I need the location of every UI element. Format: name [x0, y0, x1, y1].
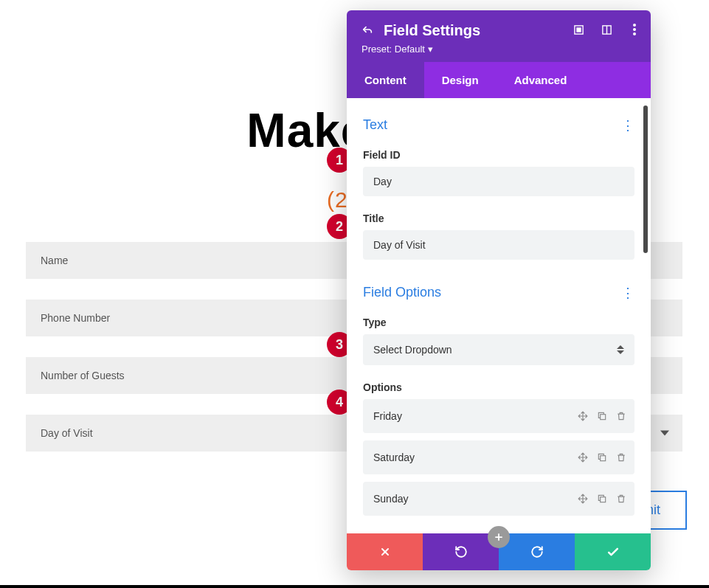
field-settings-panel: Field Settings Preset: Default ▾ Content… [347, 10, 651, 570]
panel-tabs: Content Design Advanced [347, 62, 651, 98]
svg-point-4 [633, 24, 636, 27]
trash-icon[interactable] [615, 452, 627, 463]
duplicate-icon[interactable] [596, 452, 608, 463]
field-id-input[interactable]: Day [363, 167, 634, 196]
layout-icon[interactable] [601, 24, 612, 35]
field-id-label: Field ID [363, 149, 634, 161]
title-label: Title [363, 212, 634, 224]
trash-icon[interactable] [615, 493, 627, 505]
add-option-button[interactable] [488, 526, 510, 548]
section-text-header[interactable]: Text ⋮ [363, 113, 634, 143]
type-select[interactable]: Select Dropdown [363, 334, 634, 365]
move-icon[interactable] [577, 410, 589, 422]
name-placeholder: Name [41, 255, 68, 266]
duplicate-icon[interactable] [596, 410, 608, 422]
phone-placeholder: Phone Number [41, 312, 110, 324]
section-field-options-title: Field Options [363, 285, 441, 300]
option-label: Saturday [373, 452, 415, 463]
option-label: Friday [373, 410, 402, 422]
move-icon[interactable] [577, 452, 589, 463]
preset-selector[interactable]: Preset: Default ▾ [362, 44, 636, 55]
caret-down-icon: ▾ [428, 44, 433, 55]
svg-point-6 [633, 32, 636, 35]
move-icon[interactable] [577, 493, 589, 505]
kebab-menu-icon[interactable]: ⋮ [621, 119, 634, 132]
back-icon[interactable] [362, 25, 373, 37]
section-text-title: Text [363, 117, 387, 133]
day-placeholder: Day of Visit [41, 427, 93, 439]
option-label: Sunday [373, 493, 408, 505]
chevron-down-icon [660, 431, 669, 436]
panel-header: Field Settings Preset: Default ▾ [347, 10, 651, 62]
duplicate-icon[interactable] [596, 493, 608, 505]
svg-point-5 [633, 28, 636, 31]
sort-caret-icon [617, 345, 624, 354]
kebab-menu-icon[interactable]: ⋮ [621, 286, 634, 300]
tab-advanced[interactable]: Advanced [497, 62, 585, 98]
svg-rect-9 [601, 497, 606, 502]
kebab-menu-icon[interactable] [629, 24, 640, 35]
title-input[interactable]: Day of Visit [363, 230, 634, 260]
section-field-options-header[interactable]: Field Options ⋮ [363, 280, 634, 311]
panel-body: Text ⋮ Field ID Day Title Day of Visit F… [347, 98, 651, 533]
options-label: Options [363, 381, 634, 393]
expand-icon[interactable] [573, 24, 584, 35]
trash-icon[interactable] [615, 410, 627, 422]
option-row[interactable]: Sunday [363, 482, 634, 516]
panel-title: Field Settings [384, 22, 480, 39]
divider [0, 585, 709, 588]
scrollbar[interactable] [643, 106, 648, 253]
svg-rect-1 [577, 28, 581, 32]
tab-design[interactable]: Design [424, 62, 497, 98]
option-row[interactable]: Saturday [363, 440, 634, 474]
option-row[interactable]: Friday [363, 399, 634, 433]
svg-rect-8 [601, 456, 606, 461]
tab-content[interactable]: Content [347, 62, 424, 98]
type-label: Type [363, 317, 634, 328]
guests-placeholder: Number of Guests [41, 370, 125, 381]
svg-rect-7 [601, 415, 606, 420]
